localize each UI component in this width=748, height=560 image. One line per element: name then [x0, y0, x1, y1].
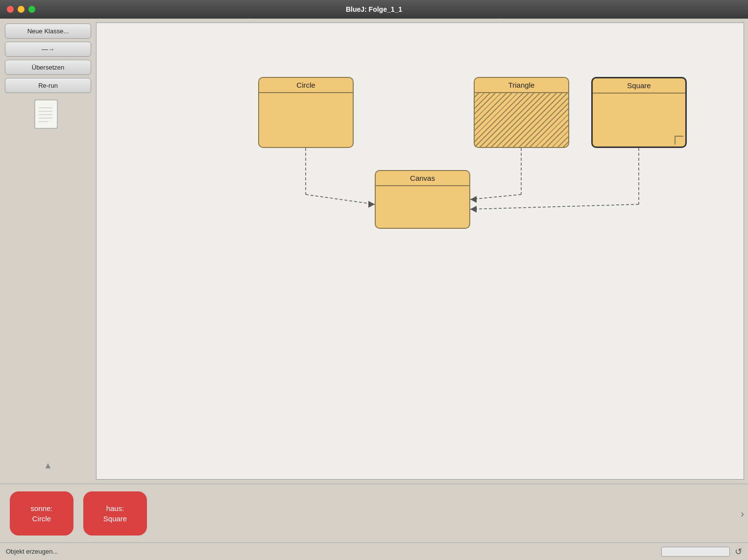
instance-sonne-line1: sonne:	[30, 503, 52, 513]
svg-rect-0	[35, 100, 57, 128]
main-area: Neue Klasse... —→ Übersetzen Re-run ▲	[0, 19, 748, 484]
maximize-button[interactable]	[28, 6, 35, 13]
instance-sonne-line2: Circle	[32, 513, 51, 524]
class-canvas-body	[376, 186, 469, 228]
minimize-button[interactable]	[18, 6, 24, 13]
arrow-button[interactable]: —→	[5, 42, 91, 57]
status-right: ↺	[661, 546, 742, 557]
instance-haus[interactable]: haus: Square	[83, 491, 147, 536]
up-arrow-container: ▲	[5, 136, 91, 479]
class-circle[interactable]: Circle	[258, 77, 354, 148]
uebersetzen-button[interactable]: Übersetzen	[5, 60, 91, 75]
class-circle-body	[259, 93, 353, 147]
window-title: BlueJ: Folge_1_1	[346, 5, 402, 13]
corner-fold-icon	[675, 136, 683, 145]
svg-line-7	[306, 195, 375, 204]
svg-marker-11	[470, 196, 477, 203]
up-arrow-icon: ▲	[44, 461, 52, 471]
object-bench: sonne: Circle haus: Square ›	[0, 484, 748, 542]
class-triangle-body	[475, 93, 568, 147]
close-button[interactable]	[7, 6, 14, 13]
diagram-canvas[interactable]: Circle Triangle Square Canvas	[96, 23, 744, 480]
svg-marker-14	[470, 206, 477, 213]
class-square-label: Square	[593, 78, 685, 94]
instance-sonne[interactable]: sonne: Circle	[10, 491, 73, 536]
re-run-button[interactable]: Re-run	[5, 78, 91, 93]
title-bar: BlueJ: Folge_1_1	[0, 0, 748, 19]
class-square[interactable]: Square	[591, 77, 687, 148]
class-triangle[interactable]: Triangle	[474, 77, 569, 148]
status-input[interactable]	[661, 547, 730, 557]
neue-klasse-button[interactable]: Neue Klasse...	[5, 24, 91, 39]
window-controls	[7, 6, 35, 13]
class-canvas[interactable]: Canvas	[375, 170, 470, 229]
undo-button[interactable]: ↺	[735, 546, 742, 557]
instance-haus-line1: haus:	[106, 503, 124, 513]
class-square-body	[593, 94, 685, 146]
instance-haus-line2: Square	[103, 513, 127, 524]
sidebar: Neue Klasse... —→ Übersetzen Re-run ▲	[0, 19, 96, 484]
svg-line-10	[470, 195, 521, 199]
class-canvas-label: Canvas	[376, 171, 469, 186]
svg-line-13	[470, 204, 639, 209]
scroll-right-icon[interactable]: ›	[741, 508, 744, 519]
status-text: Objekt erzeugen...	[6, 548, 58, 555]
svg-marker-8	[368, 201, 375, 208]
document-icon	[34, 99, 62, 133]
status-bar: Objekt erzeugen... ↺	[0, 542, 748, 560]
class-circle-label: Circle	[259, 78, 353, 93]
class-triangle-label: Triangle	[475, 78, 568, 93]
arrow-icon: —→	[42, 46, 54, 53]
